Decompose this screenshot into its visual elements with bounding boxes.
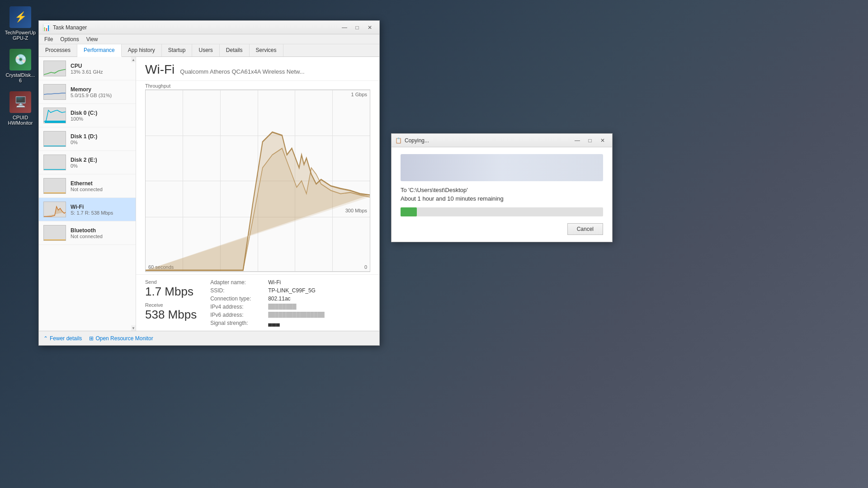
connection-type-row: Connection type: 802.11ac [210, 296, 325, 302]
taskmanager-icon: 📊 [42, 24, 50, 31]
copy-time-remaining: About 1 hour and 10 minutes remaining [401, 195, 603, 202]
tabs-bar: Processes Performance App history Startu… [39, 44, 379, 57]
copy-maximize-button[interactable]: □ [584, 136, 596, 145]
maximize-button[interactable]: □ [351, 23, 363, 32]
send-value: 1.7 Mbps [145, 285, 197, 299]
disk1-name: Disk 1 (D:) [71, 133, 131, 140]
sidebar-item-bluetooth[interactable]: Bluetooth Not connected [39, 221, 136, 245]
menu-options[interactable]: Options [57, 35, 82, 43]
progress-bar-background [401, 207, 603, 216]
connection-type-value: 802.11ac [268, 296, 290, 302]
tab-details[interactable]: Details [220, 44, 250, 56]
sidebar-item-ethernet[interactable]: Ethernet Not connected [39, 174, 136, 198]
minimize-button[interactable]: — [339, 23, 350, 32]
fewer-details-label: Fewer details [50, 335, 82, 342]
adapter-name-label: Adapter name: [210, 279, 264, 286]
throughput-label: Throughput [145, 83, 170, 89]
throughput-chart-area: 1 Gbps 300 Mbps 0 60 seconds [145, 89, 370, 272]
adapter-name-row: Adapter name: Wi-Fi [210, 279, 325, 286]
receive-value: 538 Mbps [145, 308, 197, 322]
tab-startup[interactable]: Startup [162, 44, 193, 56]
disk1-mini-graph [43, 131, 66, 147]
cpu-mini-graph [43, 61, 66, 76]
panel-title-main: Wi-Fi [145, 62, 175, 77]
tab-services[interactable]: Services [250, 44, 283, 56]
task-manager-window: 📊 Task Manager — □ ✕ File Options View P… [38, 20, 380, 346]
copy-dialog-title: Copying... [405, 137, 429, 144]
desktop-icon-hwmonitor[interactable]: 🖥️ CPUID HWMonitor [2, 89, 38, 127]
ssid-label: SSID: [210, 287, 264, 294]
wifi-name: Wi-Fi [71, 204, 131, 210]
tab-processes[interactable]: Processes [39, 44, 77, 56]
disk1-detail: 0% [71, 140, 131, 145]
open-resource-monitor-button[interactable]: ⊞ Open Resource Monitor [89, 335, 153, 342]
sidebar-item-cpu[interactable]: CPU 13% 3.61 GHz [39, 57, 136, 80]
disk2-mini-graph [43, 155, 66, 170]
copy-title-left: 📋 Copying... [395, 137, 429, 144]
bluetooth-name: Bluetooth [71, 227, 131, 234]
copy-dialog-content: To 'C:\Users\test\Desktop' About 1 hour … [392, 147, 612, 242]
ipv6-row: IPv6 address: ████████████████ [210, 312, 325, 318]
sidebar-item-disk1[interactable]: Disk 1 (D:) 0% [39, 127, 136, 151]
wifi-chart-svg [146, 90, 370, 272]
disk2-detail: 0% [71, 163, 131, 169]
disk0-mini-graph [43, 108, 66, 123]
memory-detail: 5.0/15.9 GB (31%) [71, 93, 131, 98]
menu-file[interactable]: File [41, 35, 57, 43]
copy-minimize-button[interactable]: — [571, 136, 583, 145]
sidebar-item-memory[interactable]: Memory 5.0/15.9 GB (31%) [39, 80, 136, 104]
memory-name: Memory [71, 86, 131, 93]
disk1-info: Disk 1 (D:) 0% [71, 133, 131, 145]
ipv4-row: IPv4 address: ████████ [210, 304, 325, 310]
ipv4-value: ████████ [268, 304, 296, 310]
signal-value: ▄▄▄ [268, 320, 280, 326]
copy-dialog: 📋 Copying... — □ ✕ To 'C:\Users\test\Des… [391, 133, 613, 242]
tab-users[interactable]: Users [192, 44, 219, 56]
close-button[interactable]: ✕ [364, 23, 376, 32]
copy-file-preview [401, 154, 603, 181]
disk2-name: Disk 2 (E:) [71, 157, 131, 163]
desktop-icon-gpuz-label: TechPowerUp GPU-Z [4, 30, 37, 41]
connection-type-label: Connection type: [210, 296, 264, 302]
sidebar-item-wifi[interactable]: Wi-Fi S: 1.7 R: 538 Mbps [39, 198, 136, 221]
ssid-row: SSID: TP-LINK_C99F_5G [210, 287, 325, 294]
desktop-icon-gpuz[interactable]: ⚡ TechPowerUp GPU-Z [2, 5, 38, 42]
cpu-detail: 13% 3.61 GHz [71, 69, 131, 75]
send-stat-group: Send 1.7 Mbps [145, 279, 197, 299]
desktop: ⚡ TechPowerUp GPU-Z 💿 CrystalDisk... 6 🖥… [0, 0, 868, 488]
tab-performance[interactable]: Performance [77, 44, 122, 57]
scroll-down-arrow[interactable]: ▼ [131, 325, 136, 331]
tab-apphistory[interactable]: App history [122, 44, 162, 56]
memory-info: Memory 5.0/15.9 GB (31%) [71, 86, 131, 98]
copy-close-button[interactable]: ✕ [597, 136, 609, 145]
sidebar: ▲ CPU 13% 3.61 GHz [39, 57, 136, 331]
copy-dialog-titlebar: 📋 Copying... — □ ✕ [392, 134, 612, 147]
desktop-icon-crystaldisk[interactable]: 💿 CrystalDisk... 6 [2, 47, 38, 85]
fewer-details-button[interactable]: ⌃ Fewer details [43, 335, 82, 342]
ethernet-name: Ethernet [71, 180, 131, 187]
wifi-detail: S: 1.7 R: 538 Mbps [71, 210, 131, 216]
cancel-button[interactable]: Cancel [567, 223, 603, 235]
menu-view[interactable]: View [83, 35, 102, 43]
task-manager-title: Task Manager [53, 24, 87, 31]
sidebar-item-disk2[interactable]: Disk 2 (E:) 0% [39, 151, 136, 174]
task-manager-window-controls: — □ ✕ [339, 23, 376, 32]
copy-dialog-buttons: Cancel [401, 223, 603, 235]
adapter-name-value: Wi-Fi [268, 279, 281, 286]
adapter-info: Adapter name: Wi-Fi SSID: TP-LINK_C99F_5… [210, 279, 325, 326]
scroll-up-arrow[interactable]: ▲ [131, 57, 136, 62]
ipv6-value: ████████████████ [268, 312, 325, 318]
wifi-info: Wi-Fi S: 1.7 R: 538 Mbps [71, 204, 131, 216]
signal-row: Signal strength: ▄▄▄ [210, 320, 325, 326]
main-content: ▲ CPU 13% 3.61 GHz [39, 57, 379, 331]
resource-icon: ⊞ [89, 335, 94, 342]
ethernet-info: Ethernet Not connected [71, 180, 131, 192]
chart-label-row: Throughput [145, 83, 370, 89]
copy-destination: To 'C:\Users\test\Desktop' [401, 187, 603, 193]
task-manager-titlebar: 📊 Task Manager — □ ✕ [39, 21, 379, 34]
disk0-info: Disk 0 (C:) 100% [71, 110, 131, 122]
sidebar-item-disk0[interactable]: Disk 0 (C:) 100% [39, 104, 136, 127]
bottom-bar: ⌃ Fewer details ⊞ Open Resource Monitor [39, 331, 379, 345]
wifi-mini-graph [43, 202, 66, 217]
ethernet-detail: Not connected [71, 187, 131, 192]
